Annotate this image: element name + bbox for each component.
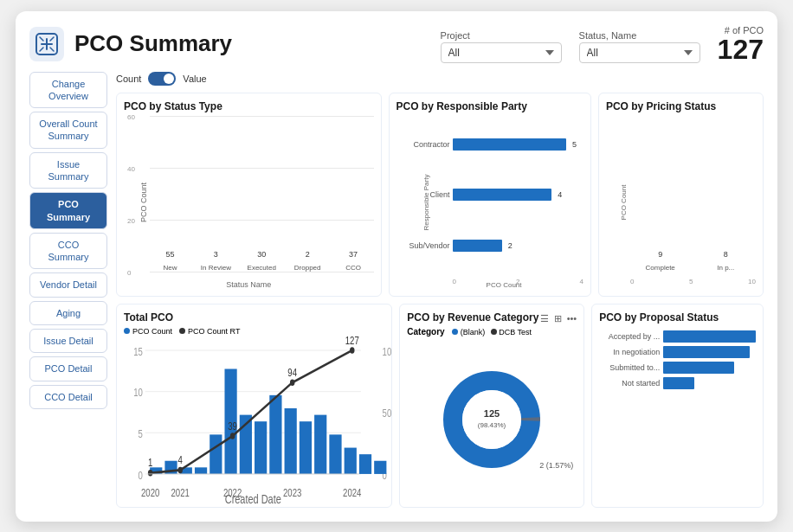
sidebar-item-cco-summary[interactable]: CCO Summary: [29, 233, 107, 270]
status-bar-cco: 37CCO: [333, 250, 374, 272]
count-toggle-label: Count: [116, 74, 141, 84]
status-type-chart: PCO by Status Type PCO Count Status Name…: [116, 93, 382, 297]
sidebar-item-issue-detail[interactable]: Issue Detail: [29, 329, 107, 353]
sidebar-item-aging[interactable]: Aging: [29, 301, 107, 325]
pricing-x-tick-5: 5: [689, 278, 693, 285]
project-filter-select[interactable]: All: [441, 42, 562, 63]
pricing-bar-complete: 9Complete: [630, 250, 691, 272]
project-filter-label: Project: [441, 30, 562, 41]
svg-point-36: [230, 433, 235, 439]
svg-rect-28: [374, 460, 386, 473]
count-value-toggle[interactable]: [148, 72, 176, 86]
svg-point-34: [148, 470, 152, 477]
svg-text:10: 10: [133, 386, 143, 398]
status-bar-new: 55New: [150, 250, 190, 272]
svg-text:(98.43%): (98.43%): [478, 421, 506, 429]
svg-text:5: 5: [139, 427, 143, 439]
pricing-x-tick-0: 0: [630, 278, 634, 285]
svg-text:100: 100: [383, 345, 393, 357]
sidebar-item-vendor-detail[interactable]: Vendor Detail: [29, 272, 107, 297]
responsible-party-chart: PCO by Responsible Party Responsible Par…: [389, 93, 591, 297]
value-toggle-label: Value: [183, 74, 206, 84]
svg-point-48: [462, 390, 521, 449]
proposal-row-not-started: Not started: [599, 377, 756, 389]
resp-y-label: Responsible Party: [422, 174, 429, 230]
pricing-title: PCO by Pricing Status: [606, 100, 756, 112]
blank-legend: (Blank): [461, 328, 486, 337]
svg-text:50: 50: [383, 407, 392, 419]
resp-bar-contractor: Contractor5: [453, 138, 577, 151]
svg-point-38: [350, 347, 354, 354]
legend-pco-count-rt: PCO Count RT: [179, 327, 240, 336]
resp-x-tick-4: 4: [579, 278, 583, 285]
proposal-row-label: Not started: [599, 379, 660, 388]
svg-rect-27: [359, 454, 371, 474]
revenue-title: PCO by Revenue Category: [407, 311, 538, 324]
proposal-bar: [663, 330, 756, 343]
proposal-row-submitted-to: Submitted to...: [599, 362, 756, 374]
status-bar-executed: 30Executed: [242, 250, 282, 272]
category-row: Category (Blank) DCB Test: [407, 327, 577, 337]
revenue-menu-icon[interactable]: ☰: [540, 313, 549, 324]
legend-pco-count-label: PCO Count: [132, 327, 172, 336]
total-pco-chart: Total PCO PCO Count PCO Count RT: [116, 304, 392, 508]
svg-rect-25: [329, 434, 341, 474]
proposal-row-label: Accepted by ...: [599, 332, 660, 341]
status-type-title: PCO by Status Type: [124, 100, 374, 112]
proposal-row-in-negotiation: In negotiation: [599, 346, 756, 358]
sidebar-item-pco-detail[interactable]: PCO Detail: [29, 356, 107, 381]
pricing-y-label: PCO Count: [620, 184, 628, 220]
proposal-bar: [663, 346, 749, 358]
resp-party-title: PCO by Responsible Party: [396, 100, 583, 112]
page-title: PCO Summary: [74, 30, 430, 57]
proposal-row-label: Submitted to...: [599, 363, 660, 372]
status-x-axis-label: Status Name: [226, 280, 271, 289]
pricing-x-tick-10: 10: [748, 278, 756, 285]
resp-x-label: PCO Count: [487, 281, 522, 289]
svg-text:2021: 2021: [171, 486, 190, 498]
legend-pco-count: PCO Count: [124, 327, 172, 336]
status-bar-dropped: 2Dropped: [287, 250, 328, 272]
pricing-bar-in-p...: 8In p...: [695, 250, 756, 272]
donut-svg: 125 (98.43%): [440, 368, 544, 471]
svg-text:2024: 2024: [343, 486, 362, 498]
svg-rect-22: [285, 408, 297, 474]
proposal-title: PCO by Proposal Status: [599, 311, 756, 324]
svg-text:2023: 2023: [283, 486, 301, 498]
legend-pco-count-rt-label: PCO Count RT: [188, 327, 240, 336]
donut-small-label: 2 (1.57%): [407, 461, 577, 470]
svg-text:2020: 2020: [141, 486, 159, 498]
resp-bar-client: Client4: [453, 189, 577, 201]
total-pco-svg: 0510150501002020202120222023202414399412…: [124, 337, 384, 500]
proposal-bar: [663, 377, 694, 389]
svg-text:4: 4: [178, 453, 184, 465]
sidebar: Change OverviewOverall Count SummaryIssu…: [29, 72, 107, 508]
status-y-axis-label: PCO Count: [139, 182, 148, 221]
svg-text:0: 0: [139, 469, 143, 481]
total-pco-title: Total PCO: [124, 311, 173, 324]
svg-rect-17: [210, 434, 222, 474]
app-logo-icon: [29, 27, 64, 61]
status-filter-label: Status, Name: [579, 30, 700, 41]
revenue-more-icon[interactable]: •••: [567, 313, 577, 324]
svg-text:1: 1: [148, 456, 152, 468]
sidebar-item-issue-summary[interactable]: Issue Summary: [29, 152, 107, 189]
sidebar-item-overall-count-summary[interactable]: Overall Count Summary: [29, 112, 107, 149]
svg-point-37: [290, 379, 294, 386]
status-bar-in-review: 3In Review: [196, 250, 236, 272]
proposal-row-accepted-by-: Accepted by ...: [599, 330, 756, 343]
svg-rect-20: [255, 421, 267, 474]
revenue-expand-icon[interactable]: ⊞: [554, 313, 562, 324]
sidebar-item-change-overview[interactable]: Change Overview: [29, 72, 107, 109]
svg-text:15: 15: [133, 345, 143, 357]
proposal-status-chart: PCO by Proposal Status Accepted by ...In…: [591, 304, 764, 508]
status-filter-select[interactable]: All: [579, 42, 700, 63]
resp-bar-sub/vendor: Sub/Vendor2: [453, 240, 577, 252]
sidebar-item-cco-detail[interactable]: CCO Detail: [29, 385, 107, 409]
svg-rect-16: [195, 467, 207, 474]
svg-text:125: 125: [484, 408, 500, 419]
svg-rect-26: [345, 447, 357, 473]
revenue-category-chart: PCO by Revenue Category ☰ ⊞ ••• Category…: [399, 304, 584, 508]
sidebar-item-pco-summary[interactable]: PCO Summary: [29, 192, 107, 229]
svg-rect-24: [314, 414, 326, 473]
